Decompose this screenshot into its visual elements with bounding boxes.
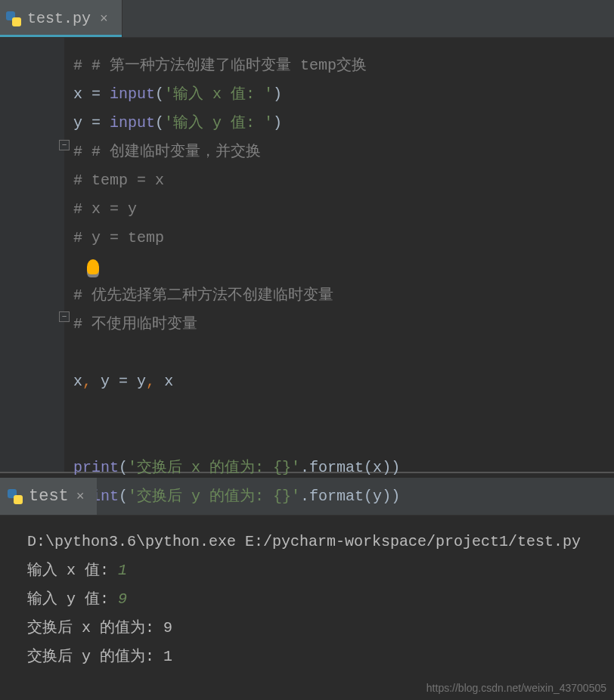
close-icon[interactable]: × [76, 489, 85, 504]
console-line: D:\python3.6\python.exe E:/pycharm-works… [27, 528, 614, 556]
code-line[interactable]: # temp = x [73, 166, 614, 195]
console-line: 交换后 y 的值为: 1 [27, 643, 614, 671]
code-line[interactable]: x, y = y, x [73, 367, 614, 396]
code-line[interactable]: x = input('输入 x 值: ') [73, 80, 614, 109]
watermark: https://blog.csdn.net/weixin_43700505 [426, 682, 606, 694]
fold-icon[interactable] [59, 311, 70, 322]
editor-pane: # # 第一种方法创建了临时变量 temp交换x = input('输入 x 值… [0, 38, 614, 472]
code-line[interactable] [73, 396, 614, 425]
console-line: 输入 x 值: 1 [27, 556, 614, 585]
editor-tab-label: test.py [27, 10, 91, 27]
code-line[interactable]: print('交换后 y 的值为: {}'.format(y)) [73, 482, 614, 511]
fold-icon[interactable] [59, 140, 70, 150]
code-line[interactable]: # # 第一种方法创建了临时变量 temp交换 [73, 51, 614, 80]
code-line[interactable]: # # 创建临时变量，并交换 [73, 138, 614, 166]
code-line[interactable]: # 优先选择第二种方法不创建临时变量 [73, 281, 614, 310]
python-file-icon [6, 11, 21, 26]
close-icon[interactable]: × [100, 11, 108, 26]
code-line[interactable]: print('交换后 x 的值为: {}'.format(x)) [73, 454, 614, 482]
run-tab[interactable]: test × [0, 478, 97, 515]
console-output[interactable]: D:\python3.6\python.exe E:/pycharm-works… [0, 516, 614, 671]
code-line[interactable] [73, 252, 614, 281]
editor-tab-strip: test.py × [0, 0, 614, 38]
code-line[interactable]: # 不使用临时变量 [73, 310, 614, 339]
gutter [0, 38, 64, 472]
python-run-icon [8, 489, 23, 504]
code-line[interactable]: # x = y [73, 195, 614, 224]
console-line: 输入 y 值: 9 [27, 585, 614, 614]
editor-tab[interactable]: test.py × [0, 0, 122, 37]
intention-bulb-icon[interactable] [87, 259, 99, 274]
run-tab-label: test [29, 487, 69, 506]
code-line[interactable] [73, 339, 614, 367]
code-line[interactable] [73, 425, 614, 454]
code-line[interactable]: y = input('输入 y 值: ') [73, 109, 614, 138]
code-area[interactable]: # # 第一种方法创建了临时变量 temp交换x = input('输入 x 值… [64, 38, 614, 472]
console-line: 交换后 x 的值为: 9 [27, 614, 614, 643]
code-line[interactable]: # y = temp [73, 224, 614, 252]
